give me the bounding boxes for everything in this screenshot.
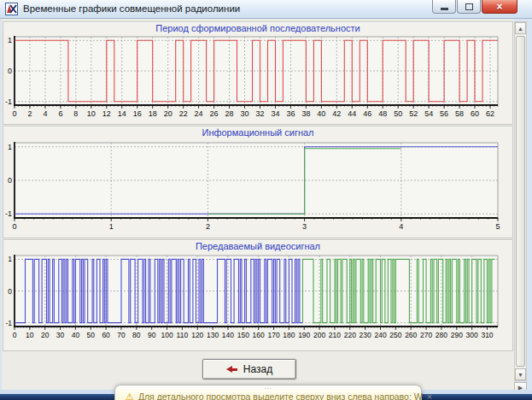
vertical-scrollbar[interactable]: ▲ ▼ [514,21,527,381]
scroll-down-icon: ▼ [517,372,523,378]
chart-panel-videosignal: Передаваемый видеосигнал 010203040506070… [3,239,513,351]
x-tick-label: 16 [133,109,142,118]
close-icon: × [496,1,502,13]
x-tick-label: 230 [360,331,371,339]
minimize-button[interactable] [432,0,456,14]
x-tick-label: 200 [313,331,325,339]
back-button[interactable]: Назад [202,359,296,379]
x-tick-label: 18 [149,109,157,118]
x-tick-label: 270 [420,331,432,339]
x-tick-label: 1 [109,222,114,231]
x-tick-label: 56 [440,109,448,118]
x-tick-label: 48 [378,109,387,118]
x-tick-label: 130 [207,331,219,339]
x-tick-label: 36 [286,109,295,118]
x-tick-label: 260 [405,331,417,339]
maximize-icon [465,3,473,10]
scroll-up-icon: ▲ [517,26,523,32]
x-tick-label: 30 [56,331,65,339]
x-tick-label: 280 [436,331,447,339]
x-tick-label: 30 [241,109,249,118]
chart-title-information: Информационный сигнал [3,126,512,139]
x-tick-label: 5 [495,222,500,231]
x-tick-label: 150 [237,331,249,339]
x-tick-label: 160 [253,331,265,339]
close-button[interactable]: × [482,0,517,14]
x-tick-label: 110 [177,331,189,339]
x-tick-label: 20 [41,331,50,339]
x-tick-label: 180 [283,331,295,339]
x-tick-label: 240 [374,331,386,339]
scroll-down-button[interactable]: ▼ [515,368,526,380]
x-tick-label: 6 [58,109,62,118]
y-tick-label: -1 [5,319,12,327]
x-tick-label: 290 [451,331,463,339]
x-tick-label: 2 [206,222,210,231]
chart-panel-information: Информационный сигнал 01234510-1 [3,126,513,238]
x-tick-label: 58 [455,109,464,118]
x-tick-label: 10 [26,331,34,339]
scroll-up-button[interactable]: ▲ [515,22,526,34]
chart-title-sequence: Период сформированной последовательности [3,22,512,35]
y-tick-label: 1 [8,36,12,44]
balloon-close-icon[interactable]: × [427,392,432,400]
x-tick-label: 220 [344,331,356,339]
y-tick-label: 0 [8,67,12,75]
x-tick-label: 40 [72,331,80,339]
chart-videosignal-plot[interactable]: 0102030405060708090100110120130140150160… [3,253,514,349]
x-tick-label: 100 [161,331,172,339]
x-tick-label: 34 [271,109,279,118]
x-tick-label: 210 [329,331,341,339]
x-tick-label: 38 [301,109,310,118]
x-tick-label: 310 [481,331,493,339]
x-tick-label: 22 [179,109,188,118]
x-tick-label: 120 [191,331,203,339]
x-tick-label: 26 [210,109,219,118]
x-tick-label: 80 [132,331,141,339]
x-tick-label: 70 [117,331,126,339]
x-tick-label: 20 [164,109,172,118]
chart-panel-sequence: Период сформированной последовательности… [3,21,513,125]
balloon-grip-icon: ⋯ [264,385,272,391]
x-tick-label: 4 [43,109,47,118]
y-tick-label: -1 [5,97,12,106]
maximize-button[interactable] [457,0,481,14]
x-tick-label: 28 [225,109,234,118]
warning-icon: ⚠ [126,392,134,400]
x-tick-label: 3 [302,222,307,231]
x-tick-label: 170 [267,331,279,339]
balloon-message: Для детального просмотра выделите сверху… [138,391,423,400]
x-tick-label: 50 [87,331,96,339]
app-icon[interactable] [5,3,18,15]
x-tick-label: 60 [102,331,110,339]
x-tick-label: 46 [363,109,371,118]
x-tick-label: 32 [255,109,264,118]
notification-balloon: ⋯ ⚠ Для детального просмотра выделите св… [114,385,422,400]
x-tick-label: 2 [27,109,32,118]
x-tick-label: 14 [118,109,126,118]
chart-sequence-plot[interactable]: 0246810121416182022242628303234363840424… [3,35,514,124]
app-window: Временные графики совмещенной радиолинии… [0,0,532,400]
x-tick-label: 40 [317,109,325,118]
window-title: Временные графики совмещенной радиолинии [23,0,240,18]
x-tick-label: 54 [424,109,433,118]
x-tick-label: 62 [486,109,494,118]
chart-information-plot[interactable]: 01234510-1 [3,139,514,235]
y-tick-label: -1 [5,209,12,218]
x-tick-label: 10 [87,109,96,118]
x-tick-label: 0 [12,222,16,231]
x-tick-label: 44 [348,109,356,118]
vertical-scrollbar-thumb[interactable] [516,36,525,367]
x-tick-label: 0 [13,331,17,339]
x-tick-label: 140 [222,331,234,339]
x-tick-label: 90 [148,331,156,339]
y-tick-label: 0 [8,287,12,296]
x-tick-label: 52 [409,109,418,118]
back-button-label: Назад [243,363,272,375]
x-tick-label: 50 [394,109,402,118]
back-arrow-icon [226,366,238,374]
x-tick-label: 24 [195,109,203,118]
title-bar[interactable]: Временные графики совмещенной радиолинии… [0,0,532,19]
minimize-icon [441,8,448,10]
chart-title-videosignal: Передаваемый видеосигнал [3,240,512,253]
